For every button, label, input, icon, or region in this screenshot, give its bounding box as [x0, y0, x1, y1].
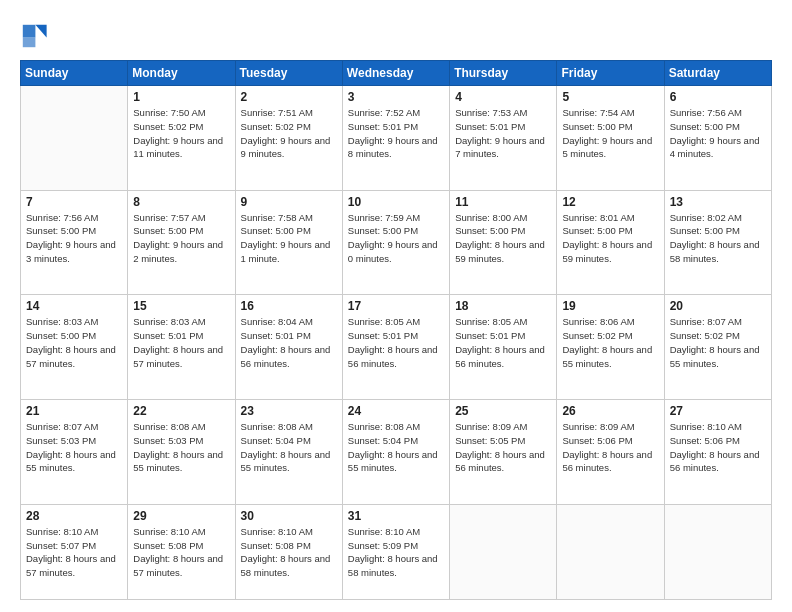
day-info: Sunrise: 8:05 AM Sunset: 5:01 PM Dayligh…	[348, 315, 444, 370]
calendar-cell: 10Sunrise: 7:59 AM Sunset: 5:00 PM Dayli…	[342, 190, 449, 295]
calendar-cell: 19Sunrise: 8:06 AM Sunset: 5:02 PM Dayli…	[557, 295, 664, 400]
calendar-cell: 15Sunrise: 8:03 AM Sunset: 5:01 PM Dayli…	[128, 295, 235, 400]
days-of-week-row: SundayMondayTuesdayWednesdayThursdayFrid…	[21, 61, 772, 86]
day-info: Sunrise: 8:01 AM Sunset: 5:00 PM Dayligh…	[562, 211, 658, 266]
svg-rect-1	[23, 25, 36, 38]
calendar-week-row: 1Sunrise: 7:50 AM Sunset: 5:02 PM Daylig…	[21, 86, 772, 191]
day-info: Sunrise: 8:04 AM Sunset: 5:01 PM Dayligh…	[241, 315, 337, 370]
calendar-cell: 3Sunrise: 7:52 AM Sunset: 5:01 PM Daylig…	[342, 86, 449, 191]
day-info: Sunrise: 8:10 AM Sunset: 5:06 PM Dayligh…	[670, 420, 766, 475]
calendar-cell: 9Sunrise: 7:58 AM Sunset: 5:00 PM Daylig…	[235, 190, 342, 295]
calendar-week-row: 21Sunrise: 8:07 AM Sunset: 5:03 PM Dayli…	[21, 400, 772, 505]
calendar-cell: 14Sunrise: 8:03 AM Sunset: 5:00 PM Dayli…	[21, 295, 128, 400]
calendar-cell: 16Sunrise: 8:04 AM Sunset: 5:01 PM Dayli…	[235, 295, 342, 400]
calendar-cell: 26Sunrise: 8:09 AM Sunset: 5:06 PM Dayli…	[557, 400, 664, 505]
day-number: 12	[562, 195, 658, 209]
day-number: 1	[133, 90, 229, 104]
calendar-table: SundayMondayTuesdayWednesdayThursdayFrid…	[20, 60, 772, 600]
day-info: Sunrise: 8:09 AM Sunset: 5:05 PM Dayligh…	[455, 420, 551, 475]
logo	[20, 22, 52, 50]
day-of-week-header: Sunday	[21, 61, 128, 86]
day-info: Sunrise: 8:08 AM Sunset: 5:03 PM Dayligh…	[133, 420, 229, 475]
day-info: Sunrise: 8:10 AM Sunset: 5:09 PM Dayligh…	[348, 525, 444, 580]
day-info: Sunrise: 8:10 AM Sunset: 5:08 PM Dayligh…	[133, 525, 229, 580]
day-info: Sunrise: 7:54 AM Sunset: 5:00 PM Dayligh…	[562, 106, 658, 161]
day-number: 30	[241, 509, 337, 523]
day-info: Sunrise: 8:10 AM Sunset: 5:07 PM Dayligh…	[26, 525, 122, 580]
calendar-cell: 23Sunrise: 8:08 AM Sunset: 5:04 PM Dayli…	[235, 400, 342, 505]
calendar-cell: 2Sunrise: 7:51 AM Sunset: 5:02 PM Daylig…	[235, 86, 342, 191]
day-info: Sunrise: 7:51 AM Sunset: 5:02 PM Dayligh…	[241, 106, 337, 161]
calendar-cell: 31Sunrise: 8:10 AM Sunset: 5:09 PM Dayli…	[342, 504, 449, 599]
day-number: 10	[348, 195, 444, 209]
calendar-cell: 1Sunrise: 7:50 AM Sunset: 5:02 PM Daylig…	[128, 86, 235, 191]
calendar-cell	[664, 504, 771, 599]
day-info: Sunrise: 7:56 AM Sunset: 5:00 PM Dayligh…	[26, 211, 122, 266]
day-number: 14	[26, 299, 122, 313]
day-info: Sunrise: 8:00 AM Sunset: 5:00 PM Dayligh…	[455, 211, 551, 266]
day-info: Sunrise: 8:08 AM Sunset: 5:04 PM Dayligh…	[348, 420, 444, 475]
calendar-cell	[557, 504, 664, 599]
calendar-cell: 13Sunrise: 8:02 AM Sunset: 5:00 PM Dayli…	[664, 190, 771, 295]
logo-icon	[20, 22, 48, 50]
calendar-cell: 8Sunrise: 7:57 AM Sunset: 5:00 PM Daylig…	[128, 190, 235, 295]
day-number: 22	[133, 404, 229, 418]
day-number: 15	[133, 299, 229, 313]
calendar-week-row: 14Sunrise: 8:03 AM Sunset: 5:00 PM Dayli…	[21, 295, 772, 400]
day-info: Sunrise: 8:05 AM Sunset: 5:01 PM Dayligh…	[455, 315, 551, 370]
day-number: 25	[455, 404, 551, 418]
day-of-week-header: Monday	[128, 61, 235, 86]
calendar-cell: 7Sunrise: 7:56 AM Sunset: 5:00 PM Daylig…	[21, 190, 128, 295]
day-info: Sunrise: 7:58 AM Sunset: 5:00 PM Dayligh…	[241, 211, 337, 266]
day-of-week-header: Wednesday	[342, 61, 449, 86]
day-number: 23	[241, 404, 337, 418]
day-number: 24	[348, 404, 444, 418]
svg-rect-2	[23, 37, 36, 47]
day-number: 28	[26, 509, 122, 523]
day-info: Sunrise: 8:10 AM Sunset: 5:08 PM Dayligh…	[241, 525, 337, 580]
calendar-cell: 20Sunrise: 8:07 AM Sunset: 5:02 PM Dayli…	[664, 295, 771, 400]
day-number: 7	[26, 195, 122, 209]
page: SundayMondayTuesdayWednesdayThursdayFrid…	[0, 0, 792, 612]
day-info: Sunrise: 7:53 AM Sunset: 5:01 PM Dayligh…	[455, 106, 551, 161]
day-number: 13	[670, 195, 766, 209]
day-info: Sunrise: 8:07 AM Sunset: 5:03 PM Dayligh…	[26, 420, 122, 475]
day-info: Sunrise: 7:52 AM Sunset: 5:01 PM Dayligh…	[348, 106, 444, 161]
day-info: Sunrise: 8:03 AM Sunset: 5:01 PM Dayligh…	[133, 315, 229, 370]
day-number: 3	[348, 90, 444, 104]
day-info: Sunrise: 7:56 AM Sunset: 5:00 PM Dayligh…	[670, 106, 766, 161]
calendar-cell	[21, 86, 128, 191]
day-number: 31	[348, 509, 444, 523]
calendar-header: SundayMondayTuesdayWednesdayThursdayFrid…	[21, 61, 772, 86]
day-of-week-header: Friday	[557, 61, 664, 86]
calendar-cell: 22Sunrise: 8:08 AM Sunset: 5:03 PM Dayli…	[128, 400, 235, 505]
day-number: 4	[455, 90, 551, 104]
calendar-cell: 28Sunrise: 8:10 AM Sunset: 5:07 PM Dayli…	[21, 504, 128, 599]
day-number: 26	[562, 404, 658, 418]
svg-marker-0	[35, 25, 46, 38]
calendar-cell: 30Sunrise: 8:10 AM Sunset: 5:08 PM Dayli…	[235, 504, 342, 599]
day-info: Sunrise: 7:50 AM Sunset: 5:02 PM Dayligh…	[133, 106, 229, 161]
calendar-cell: 29Sunrise: 8:10 AM Sunset: 5:08 PM Dayli…	[128, 504, 235, 599]
day-of-week-header: Thursday	[450, 61, 557, 86]
day-info: Sunrise: 8:08 AM Sunset: 5:04 PM Dayligh…	[241, 420, 337, 475]
day-number: 2	[241, 90, 337, 104]
calendar-cell: 24Sunrise: 8:08 AM Sunset: 5:04 PM Dayli…	[342, 400, 449, 505]
calendar-cell: 6Sunrise: 7:56 AM Sunset: 5:00 PM Daylig…	[664, 86, 771, 191]
day-number: 16	[241, 299, 337, 313]
calendar-cell: 12Sunrise: 8:01 AM Sunset: 5:00 PM Dayli…	[557, 190, 664, 295]
calendar-cell: 4Sunrise: 7:53 AM Sunset: 5:01 PM Daylig…	[450, 86, 557, 191]
calendar-cell	[450, 504, 557, 599]
calendar-cell: 5Sunrise: 7:54 AM Sunset: 5:00 PM Daylig…	[557, 86, 664, 191]
calendar-cell: 11Sunrise: 8:00 AM Sunset: 5:00 PM Dayli…	[450, 190, 557, 295]
day-number: 17	[348, 299, 444, 313]
calendar-cell: 18Sunrise: 8:05 AM Sunset: 5:01 PM Dayli…	[450, 295, 557, 400]
day-info: Sunrise: 8:06 AM Sunset: 5:02 PM Dayligh…	[562, 315, 658, 370]
day-number: 29	[133, 509, 229, 523]
calendar-cell: 25Sunrise: 8:09 AM Sunset: 5:05 PM Dayli…	[450, 400, 557, 505]
day-number: 19	[562, 299, 658, 313]
day-number: 5	[562, 90, 658, 104]
day-info: Sunrise: 8:02 AM Sunset: 5:00 PM Dayligh…	[670, 211, 766, 266]
day-info: Sunrise: 8:09 AM Sunset: 5:06 PM Dayligh…	[562, 420, 658, 475]
day-info: Sunrise: 7:59 AM Sunset: 5:00 PM Dayligh…	[348, 211, 444, 266]
